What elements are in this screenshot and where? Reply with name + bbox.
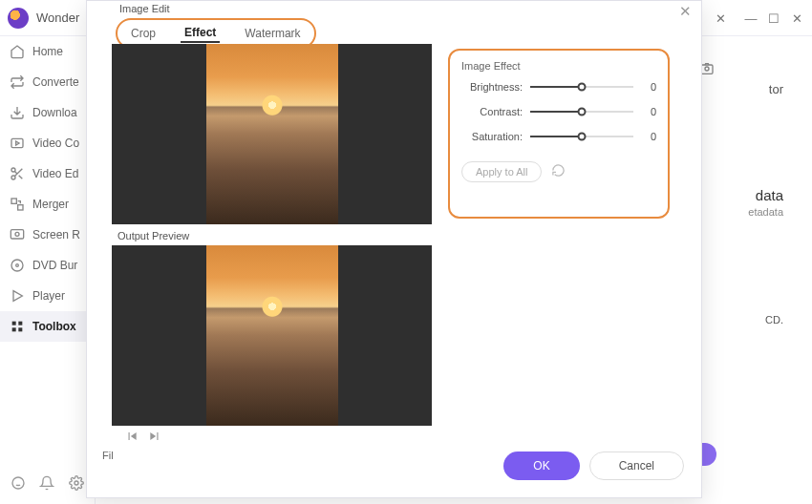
feedback-icon[interactable] bbox=[9, 473, 28, 493]
right-panel-text-2: data bbox=[756, 187, 783, 203]
contrast-label: Contrast: bbox=[461, 106, 523, 117]
window-controls: ✕ — ☐ ✕ bbox=[709, 0, 808, 36]
ok-button[interactable]: OK bbox=[503, 452, 579, 480]
svg-rect-11 bbox=[18, 322, 22, 326]
download-icon bbox=[10, 105, 25, 120]
brightness-row: Brightness: 0 bbox=[461, 81, 656, 93]
sidebar-item-download[interactable]: Downloa bbox=[0, 97, 95, 128]
file-label: Fil bbox=[102, 450, 114, 461]
right-panel-text-4: CD. bbox=[765, 314, 783, 326]
svg-rect-0 bbox=[11, 138, 23, 147]
brightness-slider[interactable] bbox=[530, 81, 633, 93]
app-title: Wonder bbox=[36, 10, 79, 25]
svg-rect-12 bbox=[12, 327, 16, 331]
svg-point-16 bbox=[705, 67, 709, 71]
merge-icon bbox=[10, 197, 25, 212]
svg-point-1 bbox=[11, 168, 15, 172]
output-preview bbox=[112, 245, 432, 426]
saturation-value: 0 bbox=[641, 131, 656, 142]
image-effect-panel: Image Effect Brightness: 0 Contrast: 0 S… bbox=[448, 49, 670, 219]
sidebar-item-player[interactable]: Player bbox=[0, 281, 95, 311]
sidebar-item-label: Video Ed bbox=[32, 167, 79, 180]
next-frame-icon[interactable] bbox=[148, 430, 161, 447]
svg-rect-13 bbox=[18, 327, 22, 331]
right-panel-text-1: tor bbox=[769, 82, 783, 96]
sidebar-item-label: DVD Bur bbox=[32, 259, 77, 272]
video-compress-icon bbox=[10, 136, 25, 151]
svg-rect-5 bbox=[11, 230, 23, 239]
play-icon bbox=[10, 288, 25, 304]
svg-rect-10 bbox=[12, 322, 16, 326]
app-logo bbox=[8, 8, 29, 29]
modal-close-button[interactable]: ✕ bbox=[679, 3, 692, 20]
effect-panel-title: Image Effect bbox=[461, 60, 656, 72]
sidebar-item-converter[interactable]: Converte bbox=[0, 67, 95, 97]
sidebar-item-label: Player bbox=[32, 289, 65, 303]
original-image bbox=[206, 44, 338, 224]
sidebar-item-video-compress[interactable]: Video Co bbox=[0, 128, 95, 158]
record-icon bbox=[10, 227, 25, 242]
modal-footer: OK Cancel bbox=[503, 452, 684, 480]
saturation-row: Saturation: 0 bbox=[461, 131, 656, 142]
svg-point-2 bbox=[11, 176, 15, 179]
home-icon bbox=[10, 44, 25, 59]
sidebar-item-label: Merger bbox=[32, 198, 69, 211]
contrast-value: 0 bbox=[641, 106, 656, 117]
convert-icon bbox=[10, 74, 25, 90]
svg-rect-4 bbox=[18, 205, 23, 210]
svg-point-15 bbox=[75, 481, 78, 485]
brightness-value: 0 bbox=[641, 81, 656, 93]
sidebar-item-label: Home bbox=[32, 45, 63, 58]
disc-icon bbox=[10, 258, 25, 273]
settings-icon[interactable] bbox=[67, 473, 86, 493]
image-edit-modal: Image Edit ✕ Crop Effect Watermark Outpu… bbox=[86, 0, 702, 498]
contrast-slider[interactable] bbox=[530, 106, 633, 117]
svg-marker-9 bbox=[13, 291, 22, 302]
reset-icon[interactable] bbox=[551, 163, 566, 181]
original-preview bbox=[112, 44, 432, 224]
output-image bbox=[206, 245, 338, 426]
svg-point-8 bbox=[16, 264, 19, 267]
window-close-icon[interactable]: ✕ bbox=[785, 7, 808, 30]
tab-effect[interactable]: Effect bbox=[181, 24, 220, 43]
sidebar-item-screen-rec[interactable]: Screen R bbox=[0, 220, 95, 250]
cancel-button[interactable]: Cancel bbox=[589, 452, 684, 480]
sidebar-item-dvd-burn[interactable]: DVD Bur bbox=[0, 250, 95, 281]
sidebar-item-merger[interactable]: Merger bbox=[0, 189, 95, 220]
effect-actions: Apply to All bbox=[461, 161, 656, 182]
notification-icon[interactable] bbox=[37, 473, 56, 493]
sidebar-item-video-edit[interactable]: Video Ed bbox=[0, 158, 95, 189]
tab-watermark[interactable]: Watermark bbox=[241, 25, 304, 42]
right-panel-text-3: etadata bbox=[748, 206, 783, 218]
tab-crop[interactable]: Crop bbox=[127, 25, 160, 42]
sidebar-item-label: Converte bbox=[32, 75, 79, 89]
brightness-label: Brightness: bbox=[461, 81, 523, 93]
sidebar-item-label: Video Co bbox=[32, 136, 79, 150]
sidebar-footer bbox=[0, 468, 95, 498]
saturation-slider[interactable] bbox=[530, 131, 633, 142]
modal-top-close-icon[interactable]: ✕ bbox=[709, 7, 732, 30]
sidebar-item-label: Toolbox bbox=[32, 320, 76, 333]
svg-point-14 bbox=[12, 477, 24, 489]
playback-controls bbox=[125, 430, 161, 447]
saturation-label: Saturation: bbox=[461, 131, 523, 142]
svg-point-7 bbox=[11, 260, 23, 271]
prev-frame-icon[interactable] bbox=[125, 430, 139, 447]
apply-to-all-button[interactable]: Apply to All bbox=[461, 161, 542, 182]
contrast-row: Contrast: 0 bbox=[461, 106, 656, 117]
window-maximize-icon[interactable]: ☐ bbox=[762, 7, 785, 30]
scissors-icon bbox=[10, 166, 25, 181]
sidebar: Home Converte Downloa Video Co Video Ed … bbox=[0, 36, 96, 504]
output-preview-label: Output Preview bbox=[118, 230, 189, 242]
svg-point-6 bbox=[15, 232, 19, 236]
sidebar-item-label: Screen R bbox=[32, 228, 80, 242]
svg-rect-3 bbox=[11, 199, 16, 203]
sidebar-item-home[interactable]: Home bbox=[0, 36, 95, 67]
sidebar-item-label: Downloa bbox=[32, 106, 77, 119]
toolbox-icon bbox=[10, 319, 25, 334]
modal-title: Image Edit bbox=[119, 3, 170, 14]
sidebar-item-toolbox[interactable]: Toolbox bbox=[0, 311, 95, 342]
window-minimize-icon[interactable]: — bbox=[739, 7, 762, 30]
